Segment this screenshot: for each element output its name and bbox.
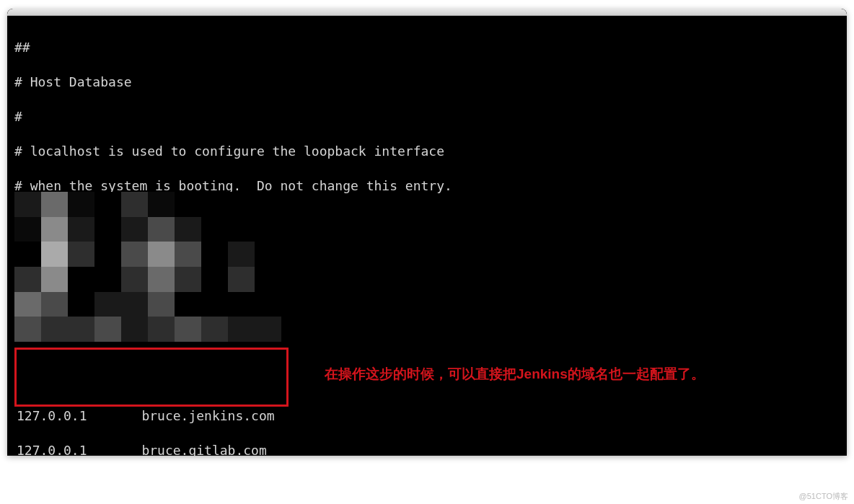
- window-titlebar[interactable]: [7, 9, 847, 16]
- watermark: @51CTO博客: [799, 491, 848, 502]
- highlight-box: 127.0.0.1 bruce.jenkins.com 127.0.0.1 br…: [14, 348, 289, 407]
- terminal-window: ## # Host Database # # localhost is used…: [7, 9, 847, 456]
- hosts-comment-line: #: [14, 108, 840, 125]
- hosts-entry-gitlab: 127.0.0.1 bruce.gitlab.com: [17, 442, 286, 456]
- annotation-text: 在操作这步的时候，可以直接把Jenkins的域名也一起配置了。: [325, 366, 705, 383]
- hosts-comment-line: # Host Database: [14, 74, 840, 91]
- hosts-comment-line: ##: [14, 39, 840, 56]
- redacted-area: [14, 192, 281, 342]
- hosts-comment-line: # localhost is used to configure the loo…: [14, 143, 840, 160]
- terminal-content[interactable]: ## # Host Database # # localhost is used…: [7, 16, 847, 456]
- hosts-entry-jenkins: 127.0.0.1 bruce.jenkins.com: [17, 407, 286, 425]
